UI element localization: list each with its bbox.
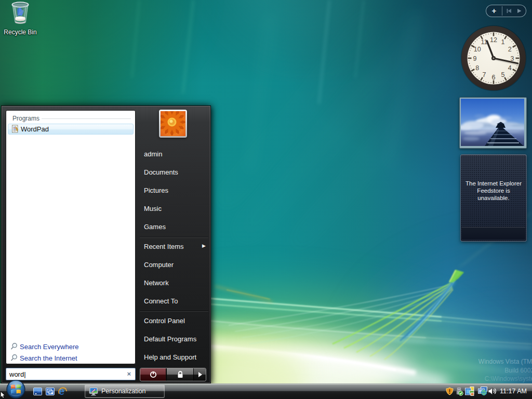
svg-text:2: 2 bbox=[508, 46, 512, 53]
svg-text:9: 9 bbox=[473, 55, 477, 62]
svg-text:5: 5 bbox=[501, 71, 505, 78]
svg-text:8: 8 bbox=[475, 64, 479, 72]
svg-text:3: 3 bbox=[511, 55, 514, 62]
svg-text:4: 4 bbox=[508, 64, 512, 72]
svg-text:6: 6 bbox=[492, 74, 496, 81]
svg-text:12: 12 bbox=[490, 36, 497, 44]
svg-text:7: 7 bbox=[483, 71, 486, 78]
svg-text:1: 1 bbox=[501, 38, 505, 46]
svg-text:10: 10 bbox=[474, 46, 481, 53]
